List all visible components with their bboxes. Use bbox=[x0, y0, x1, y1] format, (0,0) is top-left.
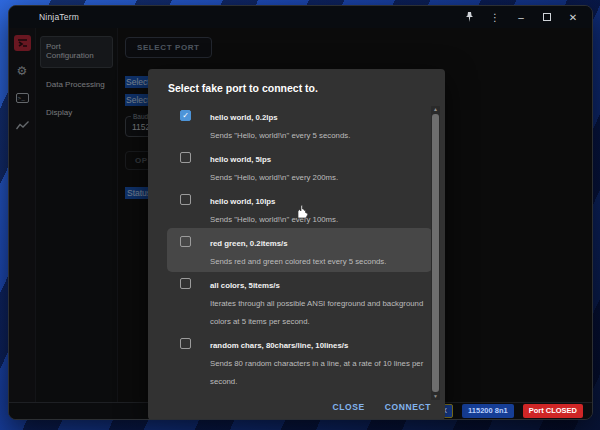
pin-icon[interactable] bbox=[456, 6, 482, 28]
port-list-item[interactable]: ✓ hello world, 0.2lps Sends "Hello, worl… bbox=[170, 105, 429, 143]
port-list-item[interactable]: random chars, 80chars/line, 10lines/s Se… bbox=[170, 333, 429, 389]
close-button[interactable]: CLOSE bbox=[332, 402, 364, 412]
scrollbar[interactable]: ▲ ▼ bbox=[431, 106, 440, 400]
port-item-desc: Sends "Hello, world!\n" every 5 seconds. bbox=[210, 131, 350, 140]
port-item-checkbox[interactable] bbox=[180, 236, 191, 247]
status-badge-115200-8n1: 115200 8n1 bbox=[462, 404, 514, 417]
dialog-actions: CLOSE CONNECT bbox=[148, 394, 445, 420]
port-item-desc: Sends "Hello, world!\n" every 200ms. bbox=[210, 173, 338, 182]
scrollbar-thumb[interactable] bbox=[432, 114, 439, 392]
maximize-icon[interactable] bbox=[534, 6, 560, 28]
window-title: NinjaTerm bbox=[9, 12, 79, 22]
scroll-down-icon[interactable]: ▼ bbox=[433, 393, 438, 400]
dialog-title: Select fake port to connect to. bbox=[148, 69, 445, 102]
kebab-menu-icon[interactable]: ⋮ bbox=[482, 6, 508, 28]
port-item-title: hello world, 0.2lps bbox=[210, 113, 278, 122]
titlebar: NinjaTerm ⋮ – ✕ bbox=[9, 6, 592, 28]
app-window: NinjaTerm ⋮ – ✕ ⚙ >_ Port Configuration … bbox=[8, 5, 593, 420]
port-item-desc: Sends 80 random characters in a line, at… bbox=[210, 359, 423, 386]
port-item-title: hello world, 10lps bbox=[210, 197, 275, 206]
port-item-title: random chars, 80chars/line, 10lines/s bbox=[210, 341, 348, 350]
port-item-desc: Iterates through all possible ANSI foreg… bbox=[210, 299, 423, 326]
port-item-title: red green, 0.2items/s bbox=[210, 239, 288, 248]
port-item-checkbox[interactable] bbox=[180, 338, 191, 349]
select-fake-port-dialog: Select fake port to connect to. ✓ hello … bbox=[148, 69, 445, 420]
port-item-checkbox[interactable] bbox=[180, 194, 191, 205]
port-item-title: hello world, 5lps bbox=[210, 155, 271, 164]
port-item-checkbox[interactable]: ✓ bbox=[180, 110, 191, 121]
mouse-cursor-icon bbox=[297, 205, 309, 223]
port-item-checkbox[interactable] bbox=[180, 278, 191, 289]
minimize-icon[interactable]: – bbox=[508, 6, 534, 28]
port-item-title: all colors, 5items/s bbox=[210, 281, 280, 290]
port-item-desc: Sends red and green colored text every 5… bbox=[210, 257, 386, 266]
connect-button[interactable]: CONNECT bbox=[385, 402, 431, 412]
scroll-up-icon[interactable]: ▲ bbox=[433, 106, 438, 113]
fake-port-list: ✓ hello world, 0.2lps Sends "Hello, worl… bbox=[148, 102, 445, 394]
port-list-item[interactable]: all colors, 5items/s Iterates through al… bbox=[170, 273, 429, 329]
port-list-item[interactable]: alphabetic chars, 1 by 1, 5chars/s Sends… bbox=[170, 393, 429, 394]
status-badge-port-closed: Port CLOSED bbox=[523, 404, 583, 417]
port-item-desc: Sends "Hello, world!\n" every 100ms. bbox=[210, 215, 338, 224]
port-item-checkbox[interactable] bbox=[180, 152, 191, 163]
port-list-item[interactable]: red green, 0.2items/s Sends red and gree… bbox=[170, 231, 429, 269]
port-list-item[interactable]: hello world, 5lps Sends "Hello, world!\n… bbox=[170, 147, 429, 185]
close-icon[interactable]: ✕ bbox=[560, 6, 586, 28]
